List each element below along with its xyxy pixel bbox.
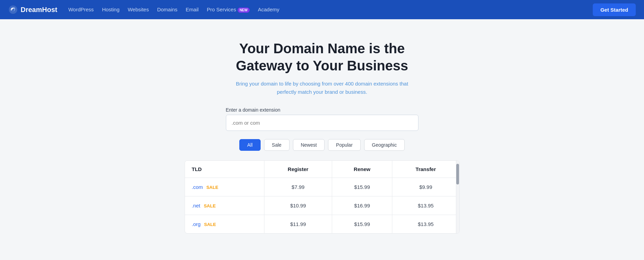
col-transfer: Transfer (392, 161, 459, 178)
register-cell-org: $11.99 (264, 215, 332, 234)
nav-link-domains[interactable]: Domains (157, 7, 177, 12)
col-renew: Renew (332, 161, 392, 178)
dreamhost-logo-icon (8, 5, 18, 14)
get-started-button[interactable]: Get Started (593, 3, 636, 16)
filter-popular[interactable]: Popular (328, 139, 360, 151)
renew-cell-com: $15.99 (332, 178, 392, 196)
nav-item-email[interactable]: Email (186, 7, 199, 13)
scrollbar-thumb[interactable] (456, 164, 459, 184)
sale-badge-com: SALE (206, 185, 218, 190)
svg-point-0 (9, 5, 18, 14)
table-header-row: TLD Register Renew Transfer (185, 161, 459, 178)
register-cell-net: $10.99 (264, 196, 332, 215)
nav-links: WordPress Hosting Websites Domains Email… (68, 7, 280, 13)
sale-badge-org: SALE (204, 222, 216, 227)
transfer-cell-org: $13.95 (392, 215, 459, 234)
navbar-left: DreamHost WordPress Hosting Websites Dom… (8, 5, 280, 14)
register-cell-com: $7.99 (264, 178, 332, 196)
sale-badge-net: SALE (204, 203, 216, 208)
renew-cell-org: $15.99 (332, 215, 392, 234)
tld-cell-net: .net SALE (185, 196, 264, 215)
table-row: .org SALE $11.99 $15.99 $13.95 (185, 215, 459, 234)
pro-services-badge: New (238, 8, 250, 13)
navbar: DreamHost WordPress Hosting Websites Dom… (0, 0, 644, 19)
hero-subtitle: Bring your domain to life by choosing fr… (229, 80, 415, 96)
filter-all[interactable]: All (239, 139, 261, 151)
filter-newest[interactable]: Newest (293, 139, 325, 151)
tld-name-org: .org (192, 221, 201, 227)
transfer-cell-net: $13.95 (392, 196, 459, 215)
main-content: Your Domain Name is the Gateway to Your … (0, 19, 644, 247)
search-input[interactable] (226, 115, 418, 131)
logo-text: DreamHost (21, 6, 57, 14)
nav-link-wordpress[interactable]: WordPress (68, 7, 94, 12)
search-label: Enter a domain extension (226, 107, 418, 113)
nav-link-hosting[interactable]: Hosting (102, 7, 120, 12)
transfer-cell-com: $9.99 (392, 178, 459, 196)
nav-link-websites[interactable]: Websites (128, 7, 149, 12)
filter-buttons: All Sale Newest Popular Geographic (239, 139, 405, 151)
table-wrapper: TLD Register Renew Transfer .com SALE $7… (185, 161, 459, 233)
nav-link-pro-services[interactable]: Pro ServicesNew (207, 7, 250, 12)
logo[interactable]: DreamHost (8, 5, 57, 14)
nav-link-academy[interactable]: Academy (258, 7, 280, 12)
nav-item-websites[interactable]: Websites (128, 7, 149, 13)
nav-link-email[interactable]: Email (186, 7, 199, 12)
scrollbar-track[interactable] (456, 161, 459, 233)
tld-cell-org: .org SALE (185, 215, 264, 234)
col-register: Register (264, 161, 332, 178)
tld-cell-com: .com SALE (185, 178, 264, 196)
table-body: .com SALE $7.99 $15.99 $9.99 .net SALE $… (185, 178, 459, 234)
table-row: .net SALE $10.99 $16.99 $13.95 (185, 196, 459, 215)
col-tld: TLD (185, 161, 264, 178)
table-row: .com SALE $7.99 $15.99 $9.99 (185, 178, 459, 196)
filter-geographic[interactable]: Geographic (364, 139, 405, 151)
hero-title: Your Domain Name is the Gateway to Your … (216, 40, 429, 74)
nav-item-hosting[interactable]: Hosting (102, 7, 120, 13)
nav-item-academy[interactable]: Academy (258, 7, 280, 13)
filter-sale[interactable]: Sale (264, 139, 290, 151)
renew-cell-net: $16.99 (332, 196, 392, 215)
tld-name-com: .com (192, 184, 203, 190)
search-section: Enter a domain extension (226, 107, 418, 131)
tld-table: TLD Register Renew Transfer .com SALE $7… (185, 161, 459, 233)
tld-name-net: .net (192, 203, 200, 208)
table-container: TLD Register Renew Transfer .com SALE $7… (185, 160, 460, 234)
nav-item-wordpress[interactable]: WordPress (68, 7, 94, 13)
table-header: TLD Register Renew Transfer (185, 161, 459, 178)
nav-item-domains[interactable]: Domains (157, 7, 177, 13)
nav-item-pro-services[interactable]: Pro ServicesNew (207, 7, 250, 13)
